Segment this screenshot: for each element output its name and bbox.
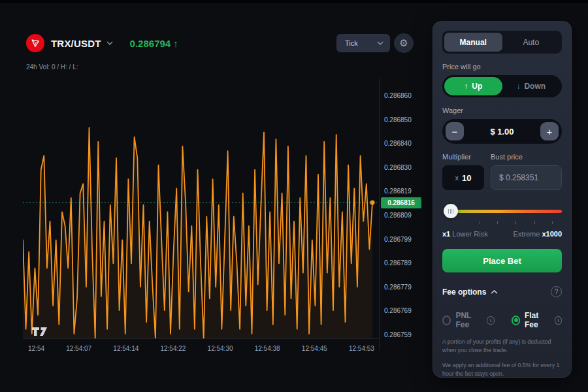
risk-slider-track[interactable] <box>444 210 562 213</box>
x-tick: 12:54:30 <box>208 345 233 352</box>
y-tick: 0.286850 <box>384 117 423 123</box>
fee-help-button[interactable]: ? <box>551 286 562 297</box>
bust-price-label: Bust price <box>491 153 562 161</box>
interval-dropdown[interactable]: Tick <box>336 34 390 52</box>
x-tick: 12:54:07 <box>66 345 91 352</box>
wager-value[interactable]: $ 1.00 <box>490 127 514 137</box>
up-button[interactable]: ↑ Up <box>444 77 502 95</box>
risk-max-mult: x1000 <box>542 230 562 238</box>
risk-min-label: Lower Risk <box>452 230 487 238</box>
chart-settings-button[interactable]: ⚙ <box>394 33 414 53</box>
x-axis-labels: 12:54 12:54:07 12:54:14 12:54:22 12:54:3… <box>28 345 374 352</box>
trx-logo-icon <box>26 34 44 52</box>
multiplier-input[interactable]: x 10 <box>442 165 484 190</box>
y-tick: 0.286860 <box>384 93 423 99</box>
plus-icon: + <box>547 126 553 137</box>
bet-panel: Manual Auto Price will go ↑ Up ↓ Down Wa… <box>433 21 572 378</box>
wager-increase-button[interactable]: + <box>540 122 559 140</box>
y-axis-line <box>379 78 380 350</box>
y-tick: 0.286830 <box>384 165 423 171</box>
current-price-badge: 0.286816 <box>381 197 421 208</box>
help-icon: ? <box>555 288 559 295</box>
price-line-chart <box>23 78 379 338</box>
x-axis-line <box>23 338 380 339</box>
risk-max-label: Extreme <box>513 230 540 238</box>
chevron-down-icon <box>377 41 384 45</box>
risk-slider-handle[interactable] <box>444 204 458 218</box>
last-price: 0.286794 ↑ <box>130 38 178 49</box>
risk-slider[interactable] <box>442 204 562 220</box>
wager-label: Wager <box>442 106 562 114</box>
gear-icon: ⚙ <box>399 37 408 49</box>
chevron-up-icon <box>491 290 498 294</box>
bust-price-field[interactable]: $ 0.258351 <box>491 165 562 190</box>
risk-scale-labels: x1 Lower Risk Extreme x1000 <box>442 230 562 238</box>
fee-description-1: A portion of your profits (if any) is de… <box>442 338 562 355</box>
x-tick: 12:54 <box>28 345 44 352</box>
wager-input[interactable]: − $ 1.00 + <box>442 119 562 144</box>
x-tick: 12:54:53 <box>349 345 374 352</box>
wager-decrease-button[interactable]: − <box>446 122 464 140</box>
chevron-down-icon <box>106 41 113 45</box>
radio-off-icon <box>442 316 451 325</box>
mode-tabs: Manual Auto <box>442 31 562 54</box>
down-arrow-icon: ↓ <box>516 82 520 91</box>
multiplier-label: Multiplier <box>442 153 484 161</box>
x-tick: 12:54:14 <box>113 345 139 352</box>
y-tick: 0.286789 <box>384 260 423 267</box>
pnl-fee-radio[interactable]: PNL Fee i <box>442 311 495 329</box>
info-icon: i <box>555 316 562 325</box>
risk-slider-ticks <box>442 221 562 225</box>
pair-name: TRX/USDT <box>51 38 101 49</box>
radio-on-icon <box>512 316 520 325</box>
pair-selector[interactable]: TRX/USDT <box>51 38 113 49</box>
interval-value: Tick <box>345 39 358 47</box>
minus-icon: − <box>452 126 458 137</box>
x-tick: 12:54:45 <box>302 345 327 352</box>
tradingview-logo[interactable] <box>31 327 49 339</box>
pair-header: TRX/USDT 0.286794 ↑ <box>26 34 178 52</box>
risk-min-mult: x1 <box>442 230 450 238</box>
x-tick: 12:54:38 <box>255 345 280 352</box>
info-icon: i <box>487 316 494 325</box>
y-axis-labels: 0.286860 0.286850 0.286840 0.286830 0.28… <box>384 93 423 338</box>
down-button[interactable]: ↓ Down <box>502 77 561 95</box>
trading-app: TRX/USDT 0.286794 ↑ 24h Vol: 0 / H: / L:… <box>0 0 588 392</box>
up-arrow-icon: ↑ <box>464 82 468 91</box>
x-tick: 12:54:22 <box>160 345 186 352</box>
fee-description-2: We apply an additional fee of 0.5% for e… <box>442 361 562 378</box>
y-tick: 0.286840 <box>384 140 423 147</box>
fee-options-header: Fee options ? <box>442 286 562 297</box>
direction-label: Price will go <box>442 63 562 71</box>
y-tick: 0.286799 <box>384 237 423 243</box>
flat-fee-radio[interactable]: Flat Fee i <box>512 311 562 329</box>
y-tick: 0.286779 <box>384 284 423 291</box>
y-tick: 0.286759 <box>384 332 423 338</box>
fee-options-toggle[interactable]: Fee options <box>442 287 498 297</box>
tab-manual[interactable]: Manual <box>444 33 502 52</box>
y-tick: 0.286809 <box>384 212 423 219</box>
tab-auto[interactable]: Auto <box>502 33 561 52</box>
direction-toggle: ↑ Up ↓ Down <box>442 75 562 97</box>
y-tick: 0.286819 <box>384 188 423 195</box>
price-up-arrow-icon: ↑ <box>173 38 178 49</box>
place-bet-button[interactable]: Place Bet <box>442 249 562 272</box>
fee-type-radios: PNL Fee i Flat Fee i <box>442 311 562 329</box>
top-strip <box>0 0 588 3</box>
daily-stats: 24h Vol: 0 / H: / L: <box>26 63 78 71</box>
y-tick: 0.286769 <box>384 308 423 314</box>
